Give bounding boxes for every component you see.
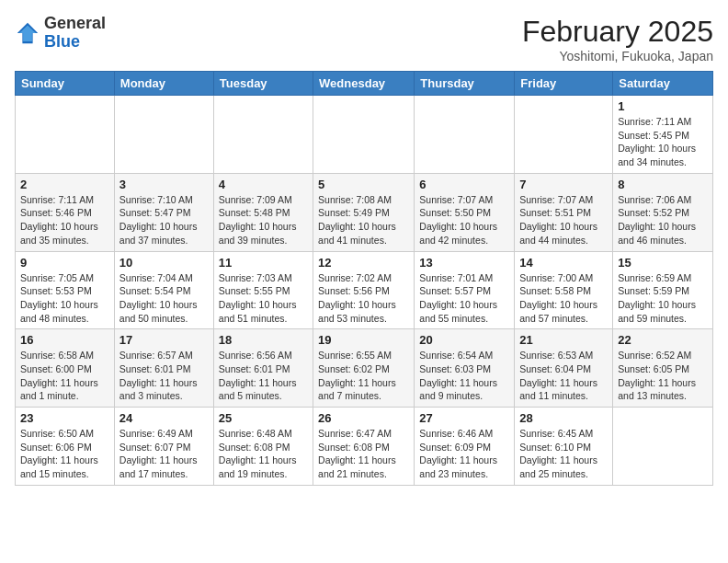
day-number: 15 bbox=[618, 256, 708, 270]
day-info: Sunrise: 6:58 AM Sunset: 6:00 PM Dayligh… bbox=[20, 349, 109, 403]
weekday-header-thursday: Thursday bbox=[415, 72, 515, 96]
day-info: Sunrise: 7:06 AM Sunset: 5:52 PM Dayligh… bbox=[618, 193, 708, 247]
calendar-cell: 3Sunrise: 7:10 AM Sunset: 5:47 PM Daylig… bbox=[114, 173, 213, 251]
day-info: Sunrise: 7:03 AM Sunset: 5:55 PM Dayligh… bbox=[219, 271, 308, 326]
day-number: 3 bbox=[119, 178, 209, 191]
calendar-cell: 1Sunrise: 7:11 AM Sunset: 5:45 PM Daylig… bbox=[613, 96, 713, 174]
day-info: Sunrise: 7:11 AM Sunset: 5:46 PM Dayligh… bbox=[20, 193, 109, 247]
calendar-cell bbox=[16, 96, 115, 174]
location: Yoshitomi, Fukuoka, Japan bbox=[522, 49, 713, 63]
calendar-cell: 16Sunrise: 6:58 AM Sunset: 6:00 PM Dayli… bbox=[16, 329, 115, 408]
day-number: 23 bbox=[20, 411, 109, 425]
calendar-cell: 14Sunrise: 7:00 AM Sunset: 5:58 PM Dayli… bbox=[515, 251, 613, 329]
weekday-header-wednesday: Wednesday bbox=[313, 72, 415, 96]
calendar-cell: 24Sunrise: 6:49 AM Sunset: 6:07 PM Dayli… bbox=[114, 408, 213, 486]
day-number: 14 bbox=[519, 256, 608, 270]
day-number: 18 bbox=[219, 333, 308, 347]
logo-text: General Blue bbox=[44, 15, 106, 52]
weekday-header-row: SundayMondayTuesdayWednesdayThursdayFrid… bbox=[16, 72, 713, 96]
calendar-cell: 11Sunrise: 7:03 AM Sunset: 5:55 PM Dayli… bbox=[213, 251, 313, 329]
day-number: 19 bbox=[318, 333, 409, 347]
calendar-cell: 10Sunrise: 7:04 AM Sunset: 5:54 PM Dayli… bbox=[114, 251, 213, 329]
day-number: 5 bbox=[318, 178, 409, 191]
day-info: Sunrise: 7:02 AM Sunset: 5:56 PM Dayligh… bbox=[318, 271, 409, 326]
calendar-cell bbox=[114, 96, 213, 174]
calendar-cell: 17Sunrise: 6:57 AM Sunset: 6:01 PM Dayli… bbox=[114, 329, 213, 408]
day-number: 17 bbox=[119, 333, 209, 347]
logo: General Blue bbox=[15, 15, 106, 52]
day-number: 8 bbox=[618, 178, 708, 191]
calendar-cell: 27Sunrise: 6:46 AM Sunset: 6:09 PM Dayli… bbox=[415, 408, 515, 486]
day-info: Sunrise: 6:47 AM Sunset: 6:08 PM Dayligh… bbox=[318, 427, 409, 481]
day-number: 7 bbox=[519, 178, 608, 191]
day-info: Sunrise: 6:59 AM Sunset: 5:59 PM Dayligh… bbox=[618, 271, 708, 326]
calendar-cell: 28Sunrise: 6:45 AM Sunset: 6:10 PM Dayli… bbox=[515, 408, 613, 486]
calendar-cell bbox=[415, 96, 515, 174]
calendar-cell: 22Sunrise: 6:52 AM Sunset: 6:05 PM Dayli… bbox=[613, 329, 713, 408]
day-number: 11 bbox=[219, 256, 308, 270]
day-number: 26 bbox=[318, 411, 409, 425]
day-info: Sunrise: 6:46 AM Sunset: 6:09 PM Dayligh… bbox=[419, 427, 509, 481]
calendar-cell: 4Sunrise: 7:09 AM Sunset: 5:48 PM Daylig… bbox=[213, 173, 313, 251]
day-info: Sunrise: 6:50 AM Sunset: 6:06 PM Dayligh… bbox=[20, 427, 109, 481]
day-number: 10 bbox=[119, 256, 209, 270]
day-info: Sunrise: 6:54 AM Sunset: 6:03 PM Dayligh… bbox=[419, 349, 509, 403]
calendar-cell: 7Sunrise: 7:07 AM Sunset: 5:51 PM Daylig… bbox=[515, 173, 613, 251]
calendar-cell: 12Sunrise: 7:02 AM Sunset: 5:56 PM Dayli… bbox=[313, 251, 415, 329]
weekday-header-sunday: Sunday bbox=[16, 72, 115, 96]
day-number: 6 bbox=[419, 178, 509, 191]
day-number: 22 bbox=[618, 333, 708, 347]
weekday-header-friday: Friday bbox=[515, 72, 613, 96]
calendar-cell: 5Sunrise: 7:08 AM Sunset: 5:49 PM Daylig… bbox=[313, 173, 415, 251]
day-number: 1 bbox=[618, 99, 708, 113]
day-number: 28 bbox=[519, 411, 608, 425]
calendar-week-row: 23Sunrise: 6:50 AM Sunset: 6:06 PM Dayli… bbox=[16, 408, 713, 486]
calendar-cell: 9Sunrise: 7:05 AM Sunset: 5:53 PM Daylig… bbox=[16, 251, 115, 329]
day-info: Sunrise: 7:11 AM Sunset: 5:45 PM Dayligh… bbox=[618, 115, 708, 169]
day-number: 21 bbox=[519, 333, 608, 347]
calendar-cell bbox=[213, 96, 313, 174]
calendar-cell bbox=[613, 408, 713, 486]
day-number: 2 bbox=[20, 178, 109, 191]
calendar-week-row: 16Sunrise: 6:58 AM Sunset: 6:00 PM Dayli… bbox=[16, 329, 713, 408]
day-number: 12 bbox=[318, 256, 409, 270]
calendar-cell: 20Sunrise: 6:54 AM Sunset: 6:03 PM Dayli… bbox=[415, 329, 515, 408]
day-number: 20 bbox=[419, 333, 509, 347]
day-info: Sunrise: 6:48 AM Sunset: 6:08 PM Dayligh… bbox=[219, 427, 308, 481]
calendar-week-row: 9Sunrise: 7:05 AM Sunset: 5:53 PM Daylig… bbox=[16, 251, 713, 329]
calendar-cell bbox=[313, 96, 415, 174]
title-block: February 2025 Yoshitomi, Fukuoka, Japan bbox=[522, 15, 713, 63]
calendar-week-row: 1Sunrise: 7:11 AM Sunset: 5:45 PM Daylig… bbox=[16, 96, 713, 174]
calendar-cell: 2Sunrise: 7:11 AM Sunset: 5:46 PM Daylig… bbox=[16, 173, 115, 251]
day-info: Sunrise: 6:45 AM Sunset: 6:10 PM Dayligh… bbox=[519, 427, 608, 481]
day-number: 25 bbox=[219, 411, 308, 425]
day-info: Sunrise: 6:53 AM Sunset: 6:04 PM Dayligh… bbox=[519, 349, 608, 403]
page-header: General Blue February 2025 Yoshitomi, Fu… bbox=[15, 15, 713, 63]
day-info: Sunrise: 7:07 AM Sunset: 5:51 PM Dayligh… bbox=[519, 193, 608, 247]
svg-marker-1 bbox=[19, 25, 36, 40]
day-number: 4 bbox=[219, 178, 308, 191]
calendar-cell: 13Sunrise: 7:01 AM Sunset: 5:57 PM Dayli… bbox=[415, 251, 515, 329]
calendar-cell: 8Sunrise: 7:06 AM Sunset: 5:52 PM Daylig… bbox=[613, 173, 713, 251]
calendar-cell bbox=[515, 96, 613, 174]
day-info: Sunrise: 7:00 AM Sunset: 5:58 PM Dayligh… bbox=[519, 271, 608, 326]
weekday-header-saturday: Saturday bbox=[613, 72, 713, 96]
day-number: 27 bbox=[419, 411, 509, 425]
calendar-week-row: 2Sunrise: 7:11 AM Sunset: 5:46 PM Daylig… bbox=[16, 173, 713, 251]
day-info: Sunrise: 6:56 AM Sunset: 6:01 PM Dayligh… bbox=[219, 349, 308, 403]
day-info: Sunrise: 7:01 AM Sunset: 5:57 PM Dayligh… bbox=[419, 271, 509, 326]
calendar-table: SundayMondayTuesdayWednesdayThursdayFrid… bbox=[15, 71, 713, 486]
logo-icon bbox=[15, 20, 40, 46]
calendar-cell: 23Sunrise: 6:50 AM Sunset: 6:06 PM Dayli… bbox=[16, 408, 115, 486]
calendar-cell: 15Sunrise: 6:59 AM Sunset: 5:59 PM Dayli… bbox=[613, 251, 713, 329]
weekday-header-monday: Monday bbox=[114, 72, 213, 96]
day-number: 13 bbox=[419, 256, 509, 270]
calendar-cell: 26Sunrise: 6:47 AM Sunset: 6:08 PM Dayli… bbox=[313, 408, 415, 486]
day-info: Sunrise: 6:52 AM Sunset: 6:05 PM Dayligh… bbox=[618, 349, 708, 403]
day-info: Sunrise: 7:04 AM Sunset: 5:54 PM Dayligh… bbox=[119, 271, 209, 326]
day-info: Sunrise: 7:10 AM Sunset: 5:47 PM Dayligh… bbox=[119, 193, 209, 247]
day-info: Sunrise: 6:57 AM Sunset: 6:01 PM Dayligh… bbox=[119, 349, 209, 403]
calendar-cell: 25Sunrise: 6:48 AM Sunset: 6:08 PM Dayli… bbox=[213, 408, 313, 486]
day-number: 9 bbox=[20, 256, 109, 270]
day-number: 24 bbox=[119, 411, 209, 425]
